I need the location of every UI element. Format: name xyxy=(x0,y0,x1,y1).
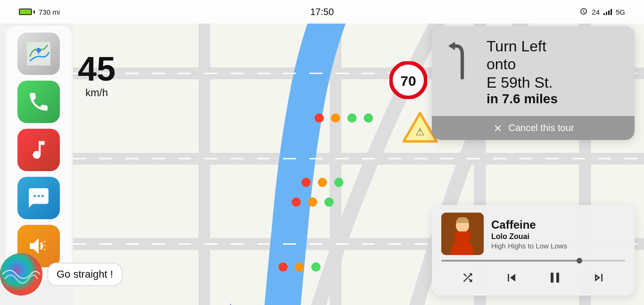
svg-point-28 xyxy=(324,198,333,206)
svg-point-19 xyxy=(314,114,323,123)
app-icon-music[interactable] xyxy=(17,129,60,171)
pause-icon xyxy=(546,269,563,286)
svg-point-23 xyxy=(301,178,310,187)
progress-fill xyxy=(441,260,579,262)
svg-point-20 xyxy=(331,114,340,123)
next-icon xyxy=(591,270,606,285)
svg-rect-6 xyxy=(43,245,45,246)
battery-label: 730 mi xyxy=(39,8,60,16)
music-album: High Highs to Low Lows xyxy=(491,242,625,250)
prev-button[interactable] xyxy=(501,267,522,288)
album-art xyxy=(441,213,484,255)
svg-rect-3 xyxy=(41,245,42,246)
signal-strength: 24 xyxy=(592,8,600,16)
turn-arrow-container xyxy=(441,37,479,84)
battery-tip xyxy=(33,10,35,14)
svg-point-30 xyxy=(295,263,304,272)
svg-point-22 xyxy=(364,114,373,123)
speed-display: 45 km/h xyxy=(78,52,116,99)
signal-bars xyxy=(603,8,612,15)
svg-text:⚠: ⚠ xyxy=(415,126,425,138)
app-icon-messages[interactable] xyxy=(17,177,60,219)
progress-thumb xyxy=(577,258,582,264)
svg-point-31 xyxy=(311,263,320,272)
cancel-icon xyxy=(493,123,503,133)
cancel-label: Cancel this tour xyxy=(509,123,574,133)
battery-body xyxy=(19,8,32,15)
svg-rect-5 xyxy=(43,241,45,242)
shuffle-icon xyxy=(461,271,474,284)
app-icon-maps[interactable] xyxy=(17,33,60,75)
network-type: 5G xyxy=(616,8,625,16)
battery-icon xyxy=(19,8,35,15)
prev-icon xyxy=(504,270,519,285)
maps-svg xyxy=(27,42,50,66)
music-panel: Caffeine Lolo Zouai High Highs to Low Lo… xyxy=(432,205,635,296)
siri-area: Go straight ! xyxy=(0,253,123,296)
status-time: 17:50 xyxy=(310,7,334,17)
svg-point-27 xyxy=(308,198,317,206)
nav-cancel-button[interactable]: Cancel this tour xyxy=(432,116,635,140)
warning-sign: ⚠ xyxy=(401,111,437,144)
next-button[interactable] xyxy=(588,267,609,288)
svg-rect-7 xyxy=(43,249,45,250)
svg-rect-41 xyxy=(454,231,471,241)
svg-point-21 xyxy=(347,114,356,123)
music-top: Caffeine Lolo Zouai High Highs to Low Lo… xyxy=(441,213,625,255)
nav-text: Turn Left onto E 59th St. in 7.6 miles xyxy=(487,37,623,107)
music-svg xyxy=(27,138,50,162)
sidebar xyxy=(6,26,72,280)
svg-point-26 xyxy=(292,198,301,206)
speed-value: 45 xyxy=(78,52,116,86)
svg-point-24 xyxy=(318,178,327,187)
play-pause-button[interactable] xyxy=(545,267,565,288)
svg-text:70: 70 xyxy=(400,73,416,89)
app-icon-phone[interactable] xyxy=(17,81,60,123)
nav-panel: Turn Left onto E 59th St. in 7.6 miles C… xyxy=(432,26,635,140)
messages-svg xyxy=(27,186,50,210)
album-art-svg xyxy=(441,213,484,255)
svg-rect-2 xyxy=(41,242,42,243)
speech-text: Go straight ! xyxy=(57,268,113,280)
music-info: Caffeine Lolo Zouai High Highs to Low Lo… xyxy=(491,218,625,250)
speed-unit: km/h xyxy=(78,87,116,99)
svg-marker-37 xyxy=(448,42,455,50)
svg-rect-4 xyxy=(41,248,42,249)
alarm-icon xyxy=(579,8,588,16)
music-title: Caffeine xyxy=(491,218,625,231)
svg-point-29 xyxy=(279,263,288,272)
progress-bar[interactable] xyxy=(441,260,625,262)
svg-point-25 xyxy=(334,178,343,187)
siri-ball[interactable] xyxy=(0,253,42,296)
speech-bubble: Go straight ! xyxy=(47,263,123,286)
speed-limit-sign: 70 xyxy=(389,61,427,99)
nav-instruction-panel: Turn Left onto E 59th St. in 7.6 miles xyxy=(432,26,635,116)
shuffle-button[interactable] xyxy=(457,267,478,288)
svg-point-42 xyxy=(0,253,42,296)
music-artist: Lolo Zouai xyxy=(491,232,625,241)
nav-instruction-line1: Turn Left onto E 59th St. xyxy=(487,37,623,91)
status-bar: 730 mi 17:50 24 5G xyxy=(0,0,644,24)
phone-svg xyxy=(27,90,50,114)
status-left: 730 mi xyxy=(19,8,60,16)
music-controls xyxy=(441,267,625,288)
nav-distance: in 7.6 miles xyxy=(487,91,623,107)
turn-left-arrow xyxy=(446,40,474,82)
speed-sign-svg: 70 xyxy=(389,61,427,99)
siri-svg xyxy=(0,253,42,296)
status-right: 24 5G xyxy=(579,8,625,16)
